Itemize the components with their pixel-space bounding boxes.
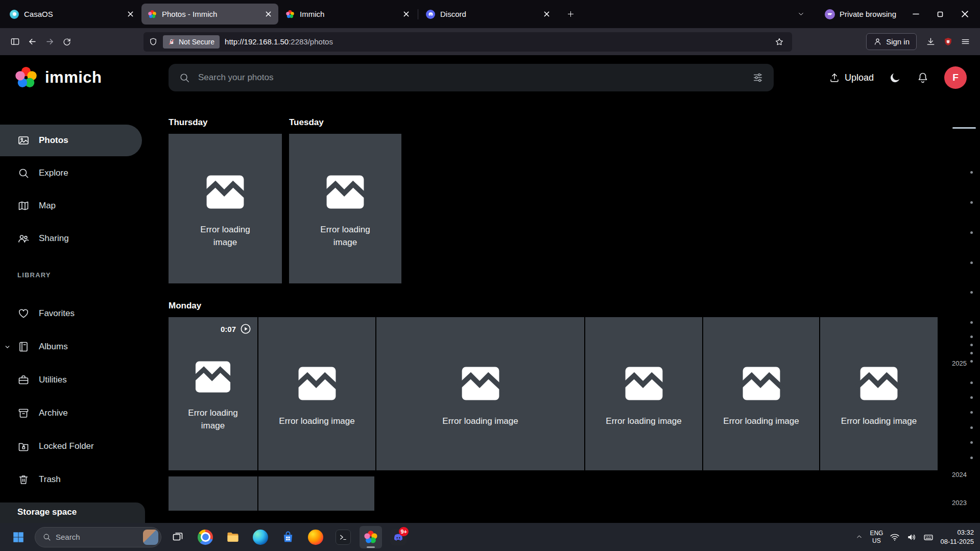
tab-close-icon[interactable] xyxy=(400,8,412,20)
immich-body: Photos Explore Map Sharing LIBRARY F xyxy=(0,100,980,523)
sidebar-label: Trash xyxy=(39,474,61,485)
broken-image-icon xyxy=(620,360,667,407)
sidebar-item-favorites[interactable]: Favorites xyxy=(0,298,142,329)
sidebar-item-map[interactable]: Map xyxy=(0,190,142,222)
chevron-down-icon[interactable] xyxy=(4,344,11,350)
tab-discord[interactable]: Discord xyxy=(420,4,557,25)
video-tile[interactable]: 0:07 Error loading image xyxy=(169,317,257,470)
heart-icon xyxy=(17,307,30,320)
chrome-icon[interactable] xyxy=(194,526,217,548)
close-button[interactable] xyxy=(952,0,977,28)
clock[interactable]: 03:32 08-11-2025 xyxy=(940,528,974,546)
bookmark-star-icon[interactable] xyxy=(771,33,788,51)
sidebar-label: Sharing xyxy=(39,233,69,244)
immich-favicon xyxy=(148,10,157,19)
tab-list-chevron-icon[interactable] xyxy=(792,6,809,23)
photo-tile[interactable]: Error loading image xyxy=(376,317,584,470)
microsoft-store-icon[interactable] xyxy=(277,526,299,548)
search-icon xyxy=(42,533,51,541)
new-tab-button[interactable] xyxy=(561,5,580,23)
avatar-initial: F xyxy=(952,72,959,83)
firefox-icon[interactable] xyxy=(304,526,327,548)
start-button[interactable] xyxy=(7,526,30,548)
tab-casaos[interactable]: CasaOS xyxy=(4,4,140,25)
taskbar-search-input[interactable] xyxy=(56,533,138,541)
notifications-bell-icon[interactable] xyxy=(917,71,929,84)
sign-in-label: Sign in xyxy=(886,37,910,46)
photo-search-bar[interactable] xyxy=(169,64,774,91)
wifi-icon[interactable] xyxy=(890,532,900,542)
immich-favicon xyxy=(285,10,295,19)
search-filters-icon[interactable] xyxy=(752,72,763,83)
upload-button[interactable]: Upload xyxy=(829,72,874,83)
photo-tile[interactable]: Error loading image xyxy=(820,317,938,470)
timeline-scrubber[interactable]: 2025 2024 2023 xyxy=(943,100,980,523)
volume-icon[interactable] xyxy=(906,532,917,542)
error-text: Error loading image xyxy=(841,415,917,428)
sidebar-item-trash[interactable]: Trash xyxy=(0,464,142,495)
edge-icon[interactable] xyxy=(249,526,272,548)
system-tray: ENG US 03:32 08-11-2025 xyxy=(855,528,974,546)
sidebar-item-sharing[interactable]: Sharing xyxy=(0,223,142,254)
forward-icon[interactable] xyxy=(41,33,58,51)
photo-tile[interactable]: Error loading image xyxy=(289,134,401,283)
tab-separator xyxy=(418,9,418,19)
tab-close-icon[interactable] xyxy=(262,8,274,20)
sidebar-item-locked-folder[interactable]: Locked Folder xyxy=(0,430,142,462)
immich-logo[interactable]: immich xyxy=(14,66,148,89)
back-icon[interactable] xyxy=(23,33,41,51)
theme-moon-icon[interactable] xyxy=(889,71,901,84)
task-view-icon[interactable] xyxy=(166,526,189,548)
photo-tile-partial[interactable] xyxy=(169,476,257,511)
tab-immich[interactable]: Immich xyxy=(279,4,416,25)
menu-icon[interactable] xyxy=(957,33,974,51)
play-circle-icon[interactable] xyxy=(240,323,251,334)
photo-tile[interactable]: Error loading image xyxy=(585,317,702,470)
terminal-icon[interactable] xyxy=(332,526,354,548)
language-line2: US xyxy=(870,537,883,545)
upload-label: Upload xyxy=(845,73,874,83)
immich-icon[interactable] xyxy=(360,526,382,548)
address-bar[interactable]: Not Secure http://192.168.1.50:2283/phot… xyxy=(144,32,792,52)
day-title: Monday xyxy=(169,301,980,311)
photo-tile[interactable]: Error loading image xyxy=(703,317,819,470)
photo-tile-partial[interactable] xyxy=(258,476,374,511)
sidebar-item-utilities[interactable]: Utilities xyxy=(0,364,142,396)
language-indicator[interactable]: ENG US xyxy=(870,530,883,545)
reload-icon[interactable] xyxy=(58,33,76,51)
tab-photos-immich[interactable]: Photos - Immich xyxy=(141,4,278,25)
sidebar-item-albums[interactable]: Albums xyxy=(0,331,142,363)
user-avatar[interactable]: F xyxy=(944,66,967,89)
maximize-button[interactable] xyxy=(928,0,952,28)
search-input[interactable] xyxy=(198,73,744,83)
broken-image-icon xyxy=(457,360,504,407)
tray-chevron-icon[interactable] xyxy=(855,533,863,541)
tab-title: Photos - Immich xyxy=(162,10,257,18)
immich-flower-icon xyxy=(14,66,38,89)
ublock-icon[interactable] xyxy=(939,33,957,51)
sign-in-button[interactable]: Sign in xyxy=(866,33,917,50)
scrubber-position-marker[interactable] xyxy=(952,127,976,129)
discord-icon[interactable]: 9+ xyxy=(387,526,410,548)
sidebar-toggle-icon[interactable] xyxy=(6,33,23,51)
shield-icon[interactable] xyxy=(149,37,158,46)
taskbar-search[interactable] xyxy=(35,527,161,547)
tab-close-icon[interactable] xyxy=(124,8,136,20)
photo-tile[interactable]: Error loading image xyxy=(258,317,375,470)
touch-keyboard-icon[interactable] xyxy=(923,532,934,542)
minimize-button[interactable] xyxy=(903,0,928,28)
sidebar-item-archive[interactable]: Archive xyxy=(0,397,142,429)
sidebar-label: Map xyxy=(39,201,56,211)
sidebar-item-explore[interactable]: Explore xyxy=(0,157,142,189)
not-secure-chip[interactable]: Not Secure xyxy=(163,35,220,49)
tab-title: Discord xyxy=(440,10,535,18)
search-highlight-thumbnail[interactable] xyxy=(143,530,158,545)
scrubber-year: 2024 xyxy=(952,471,967,478)
storage-space-card[interactable]: Storage space xyxy=(0,502,145,523)
file-explorer-icon[interactable] xyxy=(222,526,244,548)
tab-close-icon[interactable] xyxy=(540,8,553,20)
broken-image-icon xyxy=(202,169,249,215)
photo-tile[interactable]: Error loading image xyxy=(169,134,282,283)
downloads-icon[interactable] xyxy=(922,33,939,51)
sidebar-item-photos[interactable]: Photos xyxy=(0,125,142,156)
